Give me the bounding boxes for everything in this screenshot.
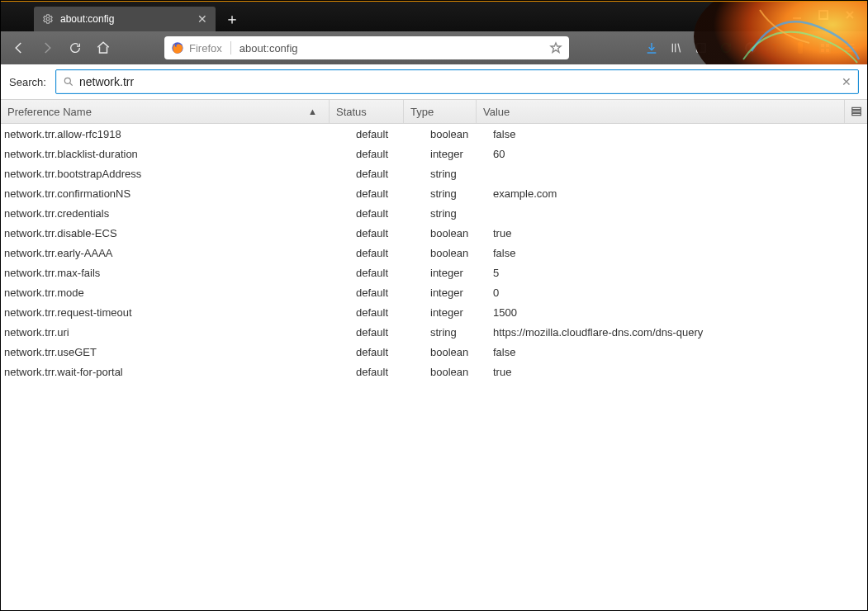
preference-row[interactable]: network.trr.modedefaultinteger0: [1, 282, 867, 302]
pref-status: default: [330, 207, 404, 220]
gear-icon: [42, 13, 54, 25]
pref-value: example.com: [477, 187, 867, 200]
pref-name: network.trr.max-fails: [1, 267, 330, 279]
pref-value: 0: [477, 287, 867, 299]
hamburger-menu-icon[interactable]: [839, 37, 861, 59]
identity-label: Firefox: [189, 42, 222, 54]
svg-rect-3: [819, 11, 828, 19]
browser-tab[interactable]: about:config ✕: [34, 7, 216, 31]
back-button[interactable]: [7, 36, 31, 59]
pref-status: default: [330, 267, 404, 279]
pref-status: default: [330, 366, 404, 378]
svg-rect-10: [821, 44, 824, 47]
pref-type: string: [404, 187, 477, 200]
pref-status: default: [330, 148, 404, 160]
pref-type: boolean: [404, 128, 477, 140]
addon-grid-icon[interactable]: [814, 37, 836, 59]
refresh-addon-icon[interactable]: [715, 37, 737, 59]
window-minimize-button[interactable]: [785, 5, 809, 25]
svg-rect-2: [793, 17, 801, 19]
reload-button[interactable]: [64, 36, 87, 59]
pref-type: string: [404, 326, 477, 339]
pref-type: string: [404, 207, 477, 220]
addon-t-icon[interactable]: T: [765, 37, 786, 59]
pref-value: true: [477, 227, 867, 239]
svg-rect-17: [851, 113, 861, 115]
reader-icon[interactable]: [690, 37, 712, 59]
svg-point-14: [64, 78, 70, 83]
pref-value: 1500: [477, 306, 867, 319]
pref-value: false: [477, 346, 867, 358]
pref-status: default: [330, 247, 404, 259]
pref-status: default: [330, 227, 404, 239]
column-header-status[interactable]: Status: [330, 100, 404, 123]
about-config-content: Search: ✕ Preference Name ▲ Status Type: [1, 64, 867, 610]
preference-row[interactable]: network.trr.wait-for-portaldefaultboolea…: [1, 362, 867, 381]
pref-status: default: [330, 346, 404, 358]
column-header-preference-name[interactable]: Preference Name ▲: [1, 100, 330, 123]
pref-name: network.trr.useGET: [1, 346, 330, 358]
preference-row[interactable]: network.trr.request-timeoutdefaultintege…: [1, 302, 867, 322]
preference-row[interactable]: network.trr.uridefaultstringhttps://mozi…: [1, 322, 867, 342]
preference-row[interactable]: network.trr.disable-ECSdefaultbooleantru…: [1, 223, 867, 243]
addon-bar-icon[interactable]: [790, 37, 811, 59]
pref-type: boolean: [404, 247, 477, 259]
close-tab-icon[interactable]: ✕: [197, 12, 207, 26]
pref-value: true: [477, 366, 867, 378]
pref-status: default: [330, 187, 404, 200]
preference-row[interactable]: network.trr.useGETdefaultbooleanfalse: [1, 342, 867, 362]
window-close-button[interactable]: [837, 5, 862, 25]
window-maximize-button[interactable]: [811, 5, 836, 25]
pref-name: network.trr.disable-ECS: [1, 227, 330, 239]
column-headers: Preference Name ▲ Status Type Value: [1, 99, 867, 124]
svg-rect-11: [826, 44, 829, 47]
sort-ascending-icon: ▲: [308, 107, 317, 116]
search-box[interactable]: ✕: [55, 69, 859, 94]
pref-name: network.trr.confirmationNS: [1, 187, 330, 200]
search-input[interactable]: [79, 75, 837, 88]
pref-type: integer: [404, 267, 477, 279]
preference-row[interactable]: network.trr.blacklist-durationdefaultint…: [1, 144, 867, 163]
new-tab-button[interactable]: ＋: [221, 7, 244, 31]
pref-type: integer: [404, 306, 477, 319]
pref-name: network.trr.allow-rfc1918: [1, 128, 330, 140]
library-icon[interactable]: [666, 37, 687, 59]
pref-value: https://mozilla.cloudflare-dns.com/dns-q…: [477, 326, 867, 339]
svg-rect-15: [851, 107, 861, 109]
forward-button[interactable]: [36, 36, 59, 59]
url-text: about:config: [240, 42, 544, 54]
tab-title: about:config: [60, 13, 191, 25]
pref-value: 5: [477, 267, 867, 279]
titlebar: about:config ✕ ＋: [1, 2, 867, 31]
column-header-type[interactable]: Type: [404, 100, 477, 123]
column-header-value[interactable]: Value: [477, 100, 844, 123]
column-picker-icon[interactable]: [844, 100, 867, 123]
clear-search-icon[interactable]: ✕: [842, 75, 851, 88]
preference-row[interactable]: network.trr.confirmationNSdefaultstringe…: [1, 183, 867, 203]
preference-row[interactable]: network.trr.max-failsdefaultinteger5: [1, 263, 867, 282]
svg-rect-16: [851, 111, 861, 112]
preference-row[interactable]: network.trr.allow-rfc1918defaultbooleanf…: [1, 124, 867, 144]
pref-value: false: [477, 128, 867, 140]
home-button[interactable]: [92, 36, 115, 59]
svg-point-1: [46, 17, 50, 21]
pref-name: network.trr.blacklist-duration: [1, 148, 330, 160]
shield-addon-icon[interactable]: [740, 37, 761, 59]
pref-value: 60: [477, 148, 867, 160]
downloads-icon[interactable]: [641, 37, 662, 59]
pref-type: boolean: [404, 346, 477, 358]
pref-type: integer: [404, 287, 477, 299]
toolbar-right-icons: T: [641, 37, 861, 59]
firefox-icon: [171, 41, 184, 54]
preference-row[interactable]: network.trr.early-AAAAdefaultbooleanfals…: [1, 243, 867, 263]
url-bar[interactable]: Firefox about:config: [164, 36, 569, 59]
preference-row[interactable]: network.trr.credentialsdefaultstring: [1, 203, 867, 223]
preference-rows: network.trr.allow-rfc1918defaultbooleanf…: [1, 124, 867, 610]
pref-status: default: [330, 168, 404, 180]
pref-name: network.trr.request-timeout: [1, 306, 330, 319]
preference-row[interactable]: network.trr.bootstrapAddressdefaultstrin…: [1, 163, 867, 183]
bookmark-star-icon[interactable]: [549, 41, 562, 54]
pref-status: default: [330, 326, 404, 339]
svg-rect-13: [826, 49, 829, 52]
pref-name: network.trr.early-AAAA: [1, 247, 330, 259]
